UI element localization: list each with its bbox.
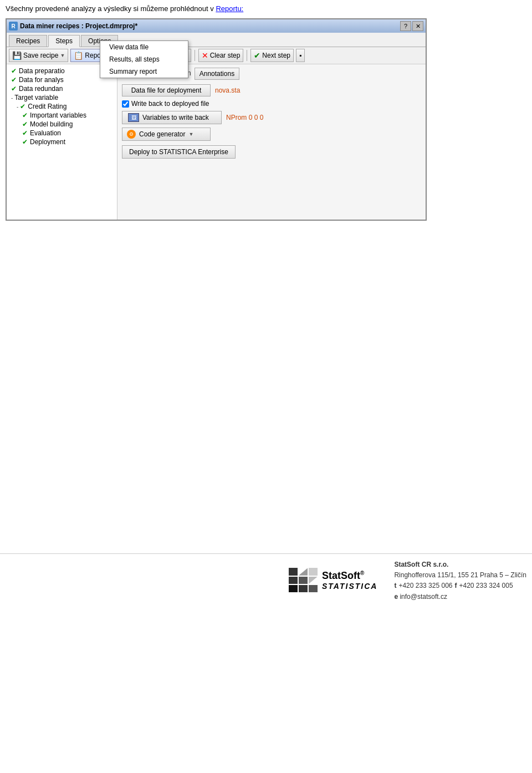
tree-item-data-redundancy: ✔ Data redundan bbox=[8, 84, 116, 93]
company-name: StatSoft CR s.r.o. bbox=[394, 560, 526, 570]
title-bar-left: R Data miner recipes : Project.dmrproj* bbox=[9, 22, 137, 30]
menu-item-view-data-file[interactable]: View data file bbox=[100, 41, 188, 53]
tree-item-evaluation[interactable]: ✔ Evaluation bbox=[8, 129, 116, 138]
tabs-bar: Recipes Steps Options bbox=[7, 33, 426, 47]
toolbar: 💾 Save recipe ▼ 📋 Report ▼ ↩ Undo ↪ Redo… bbox=[7, 47, 426, 64]
save-icon: 💾 bbox=[12, 51, 22, 60]
save-recipe-button[interactable]: 💾 Save recipe ▼ bbox=[9, 49, 68, 62]
nprom-value: NProm 0 0 0 bbox=[226, 114, 263, 121]
intro-text: Všechny provedené analýzy a výsledky si … bbox=[6, 4, 216, 13]
footer: StatSoft® STATISTICA StatSoft CR s.r.o. … bbox=[0, 553, 532, 608]
clear-icon: ✕ bbox=[202, 51, 208, 60]
data-file-button[interactable]: Data file for deployment bbox=[122, 84, 211, 96]
variables-icon: 🖼 bbox=[128, 113, 139, 122]
report-icon: 📋 bbox=[74, 51, 83, 60]
logo-text: StatSoft® STATISTICA bbox=[322, 570, 377, 591]
main-content: ✔ Data preparatio ✔ Data for analys ✔ Da… bbox=[7, 64, 426, 220]
code-generator-button[interactable]: ⚙ Code generator ▼ bbox=[122, 128, 211, 141]
window-icon: R bbox=[9, 22, 18, 30]
footer-contact: StatSoft CR s.r.o. Ringhofferova 115/1, … bbox=[394, 560, 526, 602]
phone-line: t +420 233 325 006 f +420 233 324 005 bbox=[394, 581, 526, 591]
tab-steps[interactable]: Steps bbox=[48, 35, 80, 47]
logo-grid bbox=[289, 568, 318, 592]
code-icon: ⚙ bbox=[127, 130, 136, 139]
statsoft-text: StatSoft® bbox=[322, 570, 377, 582]
next-step-button[interactable]: ✔ Next step bbox=[250, 49, 294, 62]
data-file-name: nova.sta bbox=[215, 87, 240, 94]
tree-item-deployment[interactable]: ✔ Deployment bbox=[8, 138, 116, 146]
footer-logo: StatSoft® STATISTICA bbox=[289, 568, 377, 593]
tree-item-target-variable[interactable]: - Target variable bbox=[8, 93, 116, 102]
write-back-row: Write back to deployed file bbox=[122, 100, 421, 108]
menu-item-summary-report[interactable]: Summary report bbox=[100, 65, 188, 78]
report-dropdown-menu: View data file Results, all steps Summar… bbox=[100, 40, 188, 78]
last-button[interactable]: ▪ bbox=[296, 49, 305, 62]
tree-item-model-building[interactable]: ✔ Model building bbox=[8, 120, 116, 129]
header-text: Všechny provedené analýzy a výsledky si … bbox=[0, 0, 532, 16]
variables-button[interactable]: 🖼 Variables to write back bbox=[122, 111, 222, 124]
variables-row: 🖼 Variables to write back NProm 0 0 0 bbox=[122, 111, 421, 124]
save-dropdown-arrow[interactable]: ▼ bbox=[60, 53, 65, 58]
write-back-checkbox[interactable] bbox=[122, 100, 129, 108]
main-window: R Data miner recipes : Project.dmrproj* … bbox=[6, 18, 427, 221]
close-button[interactable]: ✕ bbox=[412, 21, 423, 31]
clear-step-button[interactable]: ✕ Clear step bbox=[198, 49, 244, 62]
help-button[interactable]: ? bbox=[400, 21, 411, 31]
tree-item-credit-rating[interactable]: - ✔ Credit Rating bbox=[8, 102, 116, 111]
report-link[interactable]: Reportu: bbox=[216, 4, 243, 13]
right-panel: using data file selection Annotations Da… bbox=[117, 64, 426, 220]
statistica-text: STATISTICA bbox=[322, 582, 377, 591]
email-line: e info@statsoft.cz bbox=[394, 592, 526, 602]
title-bar: R Data miner recipes : Project.dmrproj* … bbox=[7, 19, 426, 33]
write-back-label: Write back to deployed file bbox=[131, 100, 209, 108]
tab-recipes[interactable]: Recipes bbox=[9, 35, 47, 47]
left-tree-panel: ✔ Data preparatio ✔ Data for analys ✔ Da… bbox=[7, 64, 117, 220]
menu-item-results-all-steps[interactable]: Results, all steps bbox=[100, 53, 188, 65]
annotations-button[interactable]: Annotations bbox=[195, 68, 239, 80]
code-gen-dropdown-arrow[interactable]: ▼ bbox=[188, 131, 193, 137]
next-icon: ✔ bbox=[254, 51, 260, 60]
right-section: using data file selection Annotations Da… bbox=[122, 68, 421, 160]
deploy-button[interactable]: Deploy to STATISTICA Enterprise bbox=[122, 145, 236, 159]
deploy-row: Deploy to STATISTICA Enterprise bbox=[122, 145, 421, 159]
separator-4 bbox=[247, 50, 247, 61]
window-title: Data miner recipes : Project.dmrproj* bbox=[20, 22, 137, 30]
code-gen-row: ⚙ Code generator ▼ bbox=[122, 128, 421, 141]
separator-3 bbox=[195, 50, 195, 61]
title-bar-controls: ? ✕ bbox=[400, 21, 423, 31]
tree-item-important-vars[interactable]: ✔ Important variables bbox=[8, 111, 116, 120]
company-address: Ringhofferova 115/1, 155 21 Praha 5 – Zl… bbox=[394, 570, 526, 581]
data-file-row: Data file for deployment nova.sta bbox=[122, 84, 421, 96]
